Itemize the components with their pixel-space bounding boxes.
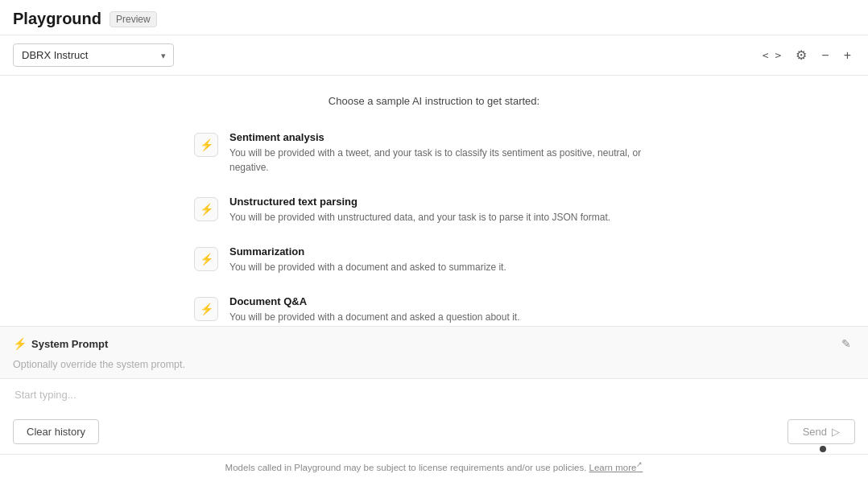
- code-icon: < >: [763, 49, 781, 61]
- lightning-icon-3: ⚡: [200, 253, 213, 266]
- sample-item-icon-docqa: ⚡: [194, 297, 218, 321]
- system-prompt-header: ⚡ System Prompt ✎: [0, 327, 868, 359]
- clear-history-button[interactable]: Clear history: [13, 419, 99, 444]
- sample-item-parsing[interactable]: ⚡ Unstructured text parsing You will be …: [184, 187, 684, 233]
- zoom-out-button[interactable]: −: [817, 45, 833, 66]
- sample-item-title-summarization: Summarization: [229, 245, 506, 258]
- lightning-icon-4: ⚡: [200, 303, 213, 315]
- sample-item-summarization[interactable]: ⚡ Summarization You will be provided wit…: [184, 237, 684, 282]
- code-view-button[interactable]: < >: [758, 46, 785, 64]
- lightning-icon: ⚡: [200, 138, 213, 151]
- sample-item-title-docqa: Document Q&A: [229, 295, 519, 307]
- input-actions: Clear history Send ▷: [13, 419, 855, 444]
- sample-item-icon-parsing: ⚡: [194, 197, 218, 221]
- settings-button[interactable]: ⚙: [792, 44, 811, 66]
- header: Playground Preview: [0, 0, 868, 35]
- external-link-icon: ↗: [636, 460, 643, 468]
- sample-item-title-parsing: Unstructured text parsing: [229, 196, 610, 208]
- system-prompt-label: ⚡ System Prompt: [13, 337, 837, 350]
- system-prompt-text: System Prompt: [31, 338, 108, 350]
- model-select[interactable]: DBRX Instruct Llama 2 Mixtral GPT-4: [13, 43, 174, 67]
- toolbar-icon-group: < > ⚙ − +: [758, 44, 855, 66]
- edit-system-prompt-button[interactable]: ✎: [837, 335, 855, 352]
- sample-item-title-sentiment: Sentiment analysis: [229, 131, 674, 143]
- sample-item-desc-sentiment: You will be provided with a tweet, and y…: [229, 146, 674, 175]
- preview-badge: Preview: [110, 11, 157, 27]
- sample-item-icon-summarization: ⚡: [194, 247, 218, 271]
- system-prompt-section: ⚡ System Prompt ✎ Optionally override th…: [0, 326, 868, 378]
- toolbar: DBRX Instruct Llama 2 Mixtral GPT-4 ▾ < …: [0, 35, 868, 76]
- lightning-icon-2: ⚡: [200, 203, 213, 216]
- sample-item-desc-parsing: You will be provided with unstructured d…: [229, 210, 610, 225]
- plus-icon: +: [844, 48, 851, 63]
- send-label: Send: [803, 426, 827, 438]
- footer: Models called in Playground may be subje…: [0, 454, 868, 478]
- gear-icon: ⚙: [796, 47, 807, 63]
- minus-icon: −: [821, 48, 829, 63]
- sample-item-desc-docqa: You will be provided with a document and…: [229, 310, 519, 324]
- system-prompt-placeholder: Optionally override the system prompt.: [0, 359, 868, 378]
- sample-item-sentiment[interactable]: ⚡ Sentiment analysis You will be provide…: [184, 123, 684, 183]
- learn-more-link[interactable]: Learn more↗: [589, 463, 643, 472]
- sample-item-icon-sentiment: ⚡: [194, 133, 218, 157]
- model-selector-wrapper: DBRX Instruct Llama 2 Mixtral GPT-4 ▾: [13, 43, 174, 67]
- sample-title: Choose a sample AI instruction to get st…: [26, 95, 842, 107]
- sample-area: Choose a sample AI instruction to get st…: [0, 76, 868, 326]
- sample-item-desc-summarization: You will be provided with a document and…: [229, 260, 506, 274]
- input-section: Start typing... Clear history Send ▷: [0, 378, 868, 454]
- page-title: Playground: [13, 10, 101, 28]
- footer-text: Models called in Playground may be subje…: [225, 463, 587, 472]
- lightning-icon-system: ⚡: [13, 337, 27, 350]
- sample-item-docqa[interactable]: ⚡ Document Q&A You will be provided with…: [184, 287, 684, 326]
- zoom-in-button[interactable]: +: [840, 45, 855, 66]
- sample-list: ⚡ Sentiment analysis You will be provide…: [184, 123, 684, 326]
- main-content: Choose a sample AI instruction to get st…: [0, 76, 868, 454]
- send-arrow-icon: ▷: [832, 426, 840, 438]
- edit-icon: ✎: [841, 337, 851, 350]
- send-button[interactable]: Send ▷: [787, 419, 855, 444]
- chat-input[interactable]: Start typing...: [13, 389, 855, 411]
